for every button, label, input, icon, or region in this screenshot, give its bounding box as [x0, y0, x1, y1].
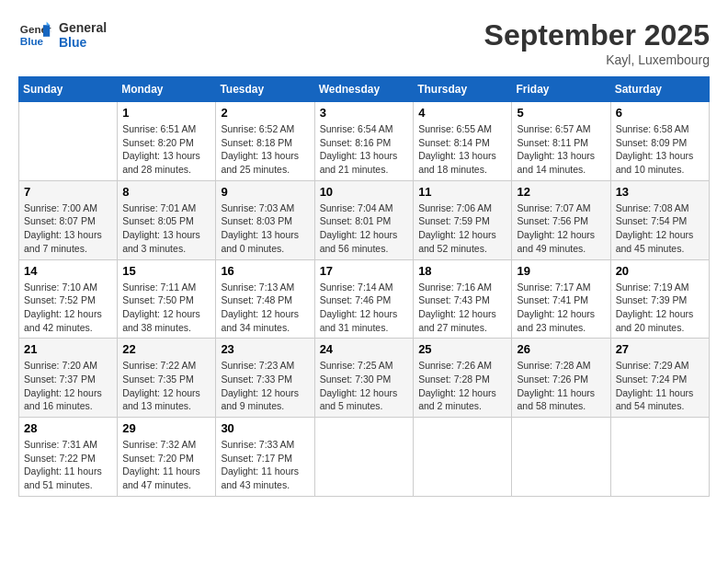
calendar-cell: 28Sunrise: 7:31 AM Sunset: 7:22 PM Dayli… — [19, 418, 118, 497]
day-number: 8 — [122, 185, 210, 199]
day-of-week-header: Monday — [118, 77, 216, 102]
day-number: 15 — [122, 264, 210, 278]
day-info: Sunrise: 6:52 AM Sunset: 8:18 PM Dayligh… — [221, 122, 309, 177]
day-number: 29 — [122, 421, 210, 435]
day-number: 3 — [320, 106, 409, 120]
day-info: Sunrise: 7:01 AM Sunset: 8:05 PM Dayligh… — [122, 201, 210, 256]
calendar-cell: 17Sunrise: 7:14 AM Sunset: 7:46 PM Dayli… — [314, 259, 414, 339]
calendar-cell: 24Sunrise: 7:25 AM Sunset: 7:30 PM Dayli… — [314, 339, 414, 418]
day-info: Sunrise: 7:28 AM Sunset: 7:26 PM Dayligh… — [517, 359, 605, 413]
day-info: Sunrise: 7:23 AM Sunset: 7:33 PM Dayligh… — [221, 359, 309, 413]
day-of-week-header: Friday — [512, 77, 610, 102]
calendar-cell: 4Sunrise: 6:55 AM Sunset: 8:14 PM Daylig… — [414, 102, 512, 181]
day-number: 11 — [418, 185, 506, 199]
calendar-cell — [314, 418, 414, 497]
title-block: September 2025 Kayl, Luxembourg — [484, 18, 710, 67]
calendar-cell: 18Sunrise: 7:16 AM Sunset: 7:43 PM Dayli… — [414, 259, 512, 339]
day-info: Sunrise: 7:32 AM Sunset: 7:20 PM Dayligh… — [122, 438, 210, 492]
day-number: 23 — [221, 342, 309, 356]
day-info: Sunrise: 7:25 AM Sunset: 7:30 PM Dayligh… — [320, 359, 409, 413]
calendar-cell: 1Sunrise: 6:51 AM Sunset: 8:20 PM Daylig… — [118, 102, 216, 181]
day-info: Sunrise: 6:58 AM Sunset: 8:09 PM Dayligh… — [616, 122, 704, 177]
calendar-cell: 29Sunrise: 7:32 AM Sunset: 7:20 PM Dayli… — [118, 418, 216, 497]
month-title: September 2025 — [484, 18, 710, 52]
calendar-cell: 8Sunrise: 7:01 AM Sunset: 8:05 PM Daylig… — [118, 180, 216, 259]
calendar-cell: 3Sunrise: 6:54 AM Sunset: 8:16 PM Daylig… — [314, 102, 414, 181]
calendar-cell: 15Sunrise: 7:11 AM Sunset: 7:50 PM Dayli… — [118, 259, 216, 339]
day-number: 1 — [122, 106, 210, 120]
calendar-cell: 25Sunrise: 7:26 AM Sunset: 7:28 PM Dayli… — [414, 339, 512, 418]
day-number: 28 — [24, 421, 112, 435]
day-number: 30 — [221, 421, 309, 435]
day-of-week-header: Saturday — [610, 77, 709, 102]
calendar-cell: 6Sunrise: 6:58 AM Sunset: 8:09 PM Daylig… — [610, 102, 709, 181]
day-info: Sunrise: 7:22 AM Sunset: 7:35 PM Dayligh… — [122, 359, 210, 413]
calendar-cell: 5Sunrise: 6:57 AM Sunset: 8:11 PM Daylig… — [512, 102, 610, 181]
day-number: 4 — [418, 106, 506, 120]
day-info: Sunrise: 7:00 AM Sunset: 8:07 PM Dayligh… — [24, 201, 112, 256]
day-number: 18 — [418, 264, 506, 278]
day-number: 5 — [517, 106, 605, 120]
calendar-cell: 2Sunrise: 6:52 AM Sunset: 8:18 PM Daylig… — [216, 102, 314, 181]
day-number: 25 — [418, 342, 506, 356]
logo-icon: General Blue — [18, 18, 51, 52]
day-info: Sunrise: 7:11 AM Sunset: 7:50 PM Dayligh… — [122, 281, 210, 335]
day-number: 10 — [320, 185, 409, 199]
calendar-header-row: SundayMondayTuesdayWednesdayThursdayFrid… — [19, 77, 710, 102]
calendar-week-row: 28Sunrise: 7:31 AM Sunset: 7:22 PM Dayli… — [19, 418, 710, 497]
svg-text:Blue: Blue — [20, 35, 44, 47]
day-info: Sunrise: 7:33 AM Sunset: 7:17 PM Dayligh… — [221, 438, 309, 492]
day-number: 20 — [616, 264, 704, 278]
day-info: Sunrise: 6:57 AM Sunset: 8:11 PM Dayligh… — [517, 122, 605, 177]
day-number: 9 — [221, 185, 309, 199]
page-header: General Blue General Blue September 2025… — [18, 18, 710, 67]
day-number: 26 — [517, 342, 605, 356]
day-number: 24 — [320, 342, 409, 356]
calendar-cell: 16Sunrise: 7:13 AM Sunset: 7:48 PM Dayli… — [216, 259, 314, 339]
calendar-cell: 30Sunrise: 7:33 AM Sunset: 7:17 PM Dayli… — [216, 418, 314, 497]
calendar-cell: 21Sunrise: 7:20 AM Sunset: 7:37 PM Dayli… — [19, 339, 118, 418]
day-number: 16 — [221, 264, 309, 278]
day-number: 2 — [221, 106, 309, 120]
calendar-week-row: 7Sunrise: 7:00 AM Sunset: 8:07 PM Daylig… — [19, 180, 710, 259]
day-number: 17 — [320, 264, 409, 278]
day-number: 27 — [616, 342, 704, 356]
calendar-cell: 9Sunrise: 7:03 AM Sunset: 8:03 PM Daylig… — [216, 180, 314, 259]
day-info: Sunrise: 6:51 AM Sunset: 8:20 PM Dayligh… — [122, 122, 210, 177]
calendar-cell: 23Sunrise: 7:23 AM Sunset: 7:33 PM Dayli… — [216, 339, 314, 418]
day-number: 6 — [616, 106, 704, 120]
calendar-cell — [414, 418, 512, 497]
calendar-cell: 14Sunrise: 7:10 AM Sunset: 7:52 PM Dayli… — [19, 259, 118, 339]
day-of-week-header: Thursday — [414, 77, 512, 102]
calendar-cell: 20Sunrise: 7:19 AM Sunset: 7:39 PM Dayli… — [610, 259, 709, 339]
day-number: 22 — [122, 342, 210, 356]
day-info: Sunrise: 7:03 AM Sunset: 8:03 PM Dayligh… — [221, 201, 309, 256]
calendar-cell: 19Sunrise: 7:17 AM Sunset: 7:41 PM Dayli… — [512, 259, 610, 339]
day-of-week-header: Sunday — [19, 77, 118, 102]
day-info: Sunrise: 7:26 AM Sunset: 7:28 PM Dayligh… — [418, 359, 506, 413]
day-number: 13 — [616, 185, 704, 199]
day-number: 19 — [517, 264, 605, 278]
day-number: 7 — [24, 185, 112, 199]
calendar-cell: 26Sunrise: 7:28 AM Sunset: 7:26 PM Dayli… — [512, 339, 610, 418]
calendar-week-row: 21Sunrise: 7:20 AM Sunset: 7:37 PM Dayli… — [19, 339, 710, 418]
location-subtitle: Kayl, Luxembourg — [484, 52, 710, 67]
svg-marker-2 — [43, 25, 50, 37]
calendar-cell: 27Sunrise: 7:29 AM Sunset: 7:24 PM Dayli… — [610, 339, 709, 418]
calendar-cell: 12Sunrise: 7:07 AM Sunset: 7:56 PM Dayli… — [512, 180, 610, 259]
calendar-table: SundayMondayTuesdayWednesdayThursdayFrid… — [18, 76, 710, 497]
day-info: Sunrise: 7:10 AM Sunset: 7:52 PM Dayligh… — [24, 281, 112, 335]
day-info: Sunrise: 7:20 AM Sunset: 7:37 PM Dayligh… — [24, 359, 112, 413]
day-info: Sunrise: 7:19 AM Sunset: 7:39 PM Dayligh… — [616, 281, 704, 335]
calendar-cell: 7Sunrise: 7:00 AM Sunset: 8:07 PM Daylig… — [19, 180, 118, 259]
day-info: Sunrise: 7:17 AM Sunset: 7:41 PM Dayligh… — [517, 281, 605, 335]
day-info: Sunrise: 7:13 AM Sunset: 7:48 PM Dayligh… — [221, 281, 309, 335]
day-info: Sunrise: 7:06 AM Sunset: 7:59 PM Dayligh… — [418, 201, 506, 256]
calendar-week-row: 1Sunrise: 6:51 AM Sunset: 8:20 PM Daylig… — [19, 102, 710, 181]
day-info: Sunrise: 6:54 AM Sunset: 8:16 PM Dayligh… — [320, 122, 409, 177]
calendar-cell — [512, 418, 610, 497]
logo-text-blue: Blue — [59, 35, 107, 50]
day-number: 21 — [24, 342, 112, 356]
day-info: Sunrise: 7:31 AM Sunset: 7:22 PM Dayligh… — [24, 438, 112, 492]
calendar-cell: 10Sunrise: 7:04 AM Sunset: 8:01 PM Dayli… — [314, 180, 414, 259]
